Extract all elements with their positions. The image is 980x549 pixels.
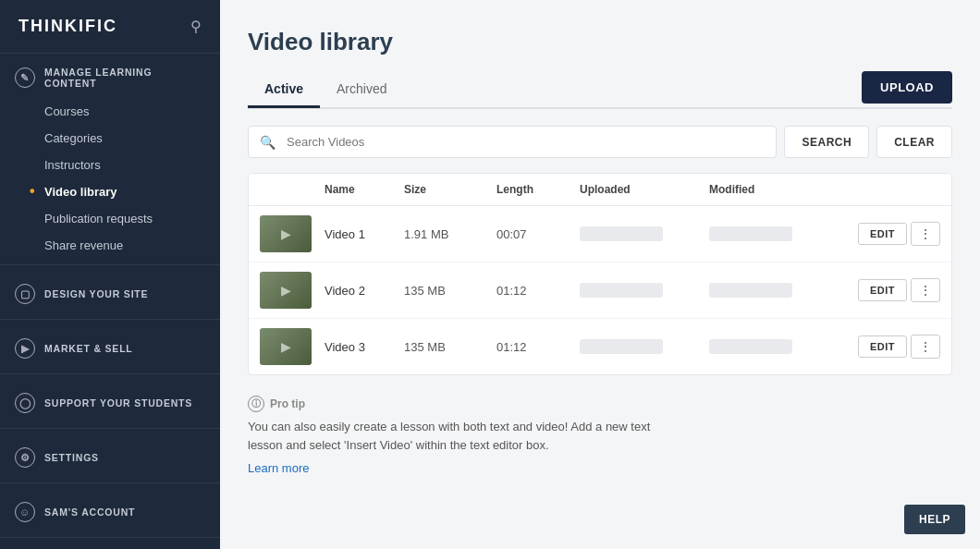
video-2-thumbnail <box>260 272 325 309</box>
video-2-uploaded <box>580 283 709 298</box>
sidebar-divider-6 <box>0 537 220 538</box>
sidebar-divider-3 <box>0 373 220 374</box>
video-2-actions: EDIT ⋮ <box>839 278 940 302</box>
video-3-length: 01:12 <box>496 340 580 354</box>
video-1-more-button[interactable]: ⋮ <box>911 222 940 246</box>
main-content: Video library Active Archived UPLOAD 🔍 S… <box>220 0 980 549</box>
sidebar-item-upgrade[interactable]: ⇧ Upgrade <box>0 543 220 549</box>
sidebar-item-share-revenue[interactable]: Share revenue <box>0 232 220 259</box>
sidebar-item-support-your-students[interactable]: ◯ SUPPORT YOUR STUDENTS <box>0 380 220 422</box>
search-input[interactable] <box>279 127 765 157</box>
sidebar-item-manage-learning-content[interactable]: ✎ MANAGE LEARNING CONTENT <box>0 54 220 98</box>
sidebar-section-support: ◯ SUPPORT YOUR STUDENTS <box>0 380 220 422</box>
table-row: Video 3 135 MB 01:12 EDIT ⋮ <box>249 319 951 374</box>
sidebar-item-publication-requests[interactable]: Publication requests <box>0 205 220 232</box>
pro-tip-label: Pro tip <box>270 397 305 410</box>
sidebar-section-manage: ✎ MANAGE LEARNING CONTENT Courses Catego… <box>0 54 220 259</box>
account-icon: ☺ <box>15 502 35 522</box>
logo: THINKIFIC <box>18 17 117 36</box>
video-1-length: 00:07 <box>496 227 580 241</box>
video-table: Name Size Length Uploaded Modified Video… <box>248 173 952 375</box>
pro-tip: ⓘ Pro tip You can also easily create a l… <box>248 392 952 476</box>
tabs-row: Active Archived UPLOAD <box>248 71 952 109</box>
video-2-edit-button[interactable]: EDIT <box>858 279 907 301</box>
video-3-size: 135 MB <box>404 340 496 354</box>
design-icon: ▢ <box>15 284 35 304</box>
video-1-edit-button[interactable]: EDIT <box>858 223 907 245</box>
video-2-length: 01:12 <box>496 284 580 298</box>
settings-icon: ⚙ <box>15 447 35 468</box>
video-3-thumbnail <box>260 328 325 365</box>
page-title: Video library <box>248 28 952 56</box>
video-2-modified <box>709 283 839 298</box>
video-1-actions: EDIT ⋮ <box>839 222 940 246</box>
search-icon[interactable]: ⚲ <box>190 18 202 35</box>
col-header-uploaded: Uploaded <box>580 183 709 196</box>
sidebar-item-courses[interactable]: Courses <box>0 98 220 125</box>
table-row: Video 1 1.91 MB 00:07 EDIT ⋮ <box>249 206 951 262</box>
sidebar-divider-2 <box>0 319 220 320</box>
video-2-size: 135 MB <box>404 284 496 298</box>
col-header-name: Name <box>325 183 404 196</box>
video-3-more-button[interactable]: ⋮ <box>911 335 940 359</box>
table-header: Name Size Length Uploaded Modified <box>249 174 951 206</box>
sidebar-item-instructors[interactable]: Instructors <box>0 152 220 178</box>
search-button[interactable]: SEARCH <box>784 126 869 158</box>
tab-archived[interactable]: Archived <box>320 72 403 108</box>
sidebar-section-market: ▶ MARKET & SELL <box>0 325 220 368</box>
sidebar-divider-4 <box>0 428 220 429</box>
sidebar-item-categories[interactable]: Categories <box>0 125 220 152</box>
sidebar-divider-5 <box>0 482 220 483</box>
video-3-name: Video 3 <box>325 340 404 354</box>
sidebar-item-sams-account[interactable]: ☺ SAM'S ACCOUNT <box>0 489 220 531</box>
video-1-modified <box>709 226 839 241</box>
video-1-thumbnail <box>260 215 325 252</box>
col-header-modified: Modified <box>709 183 839 196</box>
video-1-size: 1.91 MB <box>404 227 496 241</box>
table-row: Video 2 135 MB 01:12 EDIT ⋮ <box>249 262 951 319</box>
pro-tip-text: You can also easily create a lesson with… <box>248 418 673 454</box>
sidebar-section-upgrade: ⇧ Upgrade <box>0 543 220 549</box>
upload-button[interactable]: UPLOAD <box>862 71 952 104</box>
video-2-more-button[interactable]: ⋮ <box>911 278 940 302</box>
market-icon: ▶ <box>15 338 35 359</box>
clear-button[interactable]: CLEAR <box>876 126 952 158</box>
support-icon: ◯ <box>15 393 35 413</box>
sidebar-item-settings[interactable]: ⚙ SETTINGS <box>0 434 220 477</box>
search-icon: 🔍 <box>260 135 276 150</box>
search-input-wrap: 🔍 <box>248 126 777 158</box>
video-3-edit-button[interactable]: EDIT <box>858 336 907 358</box>
sidebar: THINKIFIC ⚲ ✎ MANAGE LEARNING CONTENT Co… <box>0 0 220 549</box>
col-header-size: Size <box>404 183 496 196</box>
col-header-length: Length <box>496 183 580 196</box>
video-1-uploaded <box>580 226 709 241</box>
pro-tip-header: ⓘ Pro tip <box>248 396 952 412</box>
sidebar-divider-1 <box>0 264 220 265</box>
sidebar-section-design: ▢ DESIGN YOUR SITE <box>0 271 220 313</box>
video-3-actions: EDIT ⋮ <box>839 335 940 359</box>
edit-icon: ✎ <box>15 67 35 88</box>
video-3-uploaded <box>580 339 709 354</box>
video-2-name: Video 2 <box>325 284 404 298</box>
tab-active[interactable]: Active <box>248 72 320 108</box>
sidebar-header: THINKIFIC ⚲ <box>0 0 220 54</box>
learn-more-link[interactable]: Learn more <box>248 461 309 475</box>
sidebar-item-video-library[interactable]: Video library <box>0 178 220 205</box>
sidebar-section-account: ☺ SAM'S ACCOUNT <box>0 489 220 531</box>
sidebar-section-settings: ⚙ SETTINGS <box>0 434 220 477</box>
search-row: 🔍 SEARCH CLEAR <box>248 126 952 158</box>
sidebar-item-market-and-sell[interactable]: ▶ MARKET & SELL <box>0 325 220 368</box>
video-1-name: Video 1 <box>325 227 404 241</box>
pro-tip-icon: ⓘ <box>248 396 264 412</box>
sidebar-item-design-your-site[interactable]: ▢ DESIGN YOUR SITE <box>0 271 220 313</box>
video-3-modified <box>709 339 839 354</box>
help-button[interactable]: HELP <box>904 505 965 534</box>
